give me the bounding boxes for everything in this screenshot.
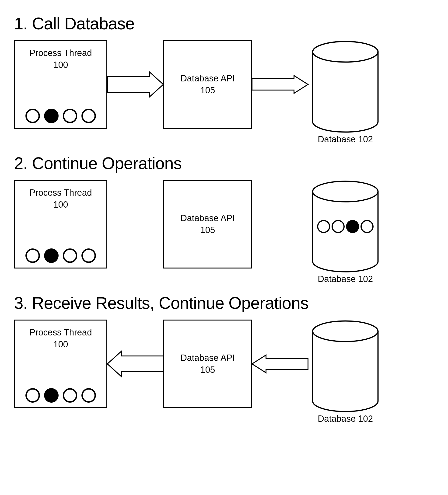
database-api-box-2: Database API 105 [163, 180, 252, 269]
db-circle [346, 220, 359, 233]
row-2: Process Thread 100 Database API 105 Data… [14, 180, 434, 284]
process-thread-box-1: Process Thread 100 [14, 40, 107, 129]
database-label-3: Database 102 [308, 414, 383, 424]
thread-circle [44, 109, 58, 123]
arrow-db-to-api-3 [252, 320, 308, 408]
db-circle [317, 220, 330, 233]
process-thread-box-3: Process Thread 100 [14, 320, 107, 408]
process-circles-2 [15, 248, 106, 263]
process-thread-name: Process Thread [29, 48, 92, 58]
thread-circle [26, 248, 40, 263]
svg-marker-5 [107, 351, 163, 376]
spacer-2a [107, 180, 163, 269]
section-3-title: 3. Receive Results, Continue Operations [14, 293, 434, 313]
api-id: 105 [200, 365, 215, 375]
svg-point-7 [313, 321, 378, 342]
thread-circle [63, 109, 77, 123]
database-circles [317, 220, 374, 233]
database-api-box-1: Database API 105 [163, 40, 252, 129]
api-name: Database API [181, 213, 235, 223]
thread-circle [63, 388, 77, 403]
svg-point-4 [313, 181, 378, 202]
arrow-api-to-db-1 [252, 40, 308, 129]
arrow-process-to-api-1 [107, 40, 163, 129]
thread-circle [44, 248, 58, 263]
thread-circle [82, 248, 96, 263]
thread-circle [82, 109, 96, 123]
thread-circle [82, 388, 96, 403]
api-id: 105 [200, 225, 215, 235]
api-name: Database API [181, 73, 235, 83]
api-id: 105 [200, 85, 215, 95]
row-1: Process Thread 100 Database API 105 [14, 40, 434, 144]
thread-circle [26, 388, 40, 403]
process-circles-1 [15, 109, 106, 123]
process-circles-3 [15, 388, 106, 403]
process-thread-name: Process Thread [29, 328, 92, 337]
svg-marker-1 [252, 76, 308, 93]
process-thread-id: 100 [53, 200, 68, 209]
svg-marker-6 [252, 355, 308, 373]
api-name: Database API [181, 353, 235, 363]
svg-point-3 [313, 41, 378, 62]
database-label-1: Database 102 [308, 134, 383, 144]
db-circle [332, 220, 345, 233]
thread-circle [63, 248, 77, 263]
process-thread-name: Process Thread [29, 188, 92, 198]
database-cylinder-1: Database 102 [308, 40, 383, 144]
process-thread-id: 100 [53, 60, 68, 70]
section-1-title: 1. Call Database [14, 14, 434, 33]
db-circle [361, 220, 374, 233]
process-thread-id: 100 [53, 339, 68, 349]
section-2-title: 2. Continue Operations [14, 154, 434, 173]
database-cylinder-2: Database 102 [308, 180, 383, 284]
database-cylinder-3: Database 102 [308, 320, 383, 424]
arrow-api-to-process-3 [107, 320, 163, 408]
database-label-2: Database 102 [308, 274, 383, 284]
svg-marker-0 [107, 72, 163, 97]
process-thread-box-2: Process Thread 100 [14, 180, 107, 269]
spacer-2b [252, 180, 308, 269]
thread-circle [26, 109, 40, 123]
thread-circle [44, 388, 58, 403]
database-api-box-3: Database API 105 [163, 320, 252, 408]
row-3: Process Thread 100 Database API 105 Dat [14, 320, 434, 424]
